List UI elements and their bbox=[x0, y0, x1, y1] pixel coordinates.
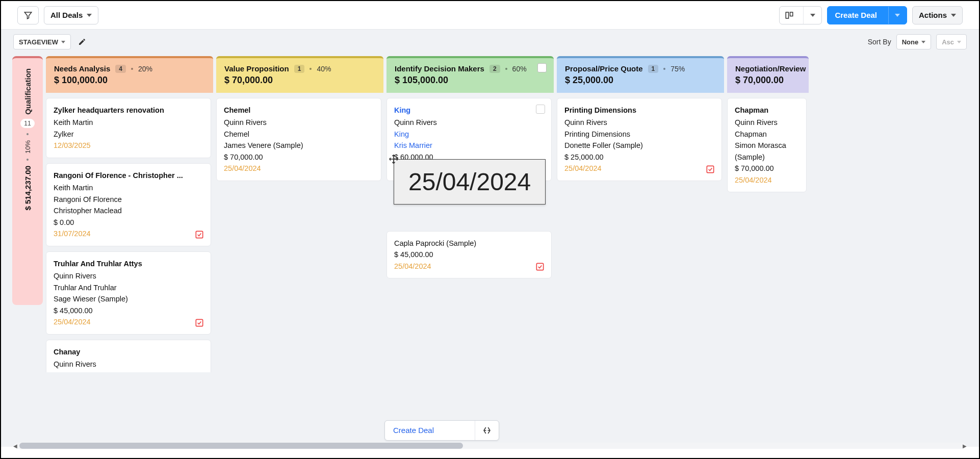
card-title: Chapman bbox=[735, 105, 799, 116]
horizontal-scrollbar[interactable]: ◀ ▶ bbox=[14, 443, 966, 449]
actions-dropdown[interactable]: Actions bbox=[912, 6, 963, 24]
create-deal-dropdown[interactable] bbox=[888, 7, 907, 24]
deal-card[interactable]: Capla Paprocki (Sample) $ 45,000.00 25/0… bbox=[386, 231, 552, 278]
card-company: Chapman bbox=[735, 129, 799, 140]
deal-card[interactable]: Rangoni Of Florence - Christopher ...Kei… bbox=[46, 163, 211, 246]
card-contact: Donette Foller (Sample) bbox=[564, 140, 714, 151]
bottom-actions: Create Deal bbox=[384, 420, 499, 441]
card-date: 25/04/2024 bbox=[564, 163, 714, 174]
collapse-column-button[interactable] bbox=[475, 421, 499, 440]
card-contact: James Venere (Sample) bbox=[224, 140, 374, 151]
card-owner: Quinn Rivers bbox=[394, 117, 544, 128]
stage-amount: $ 70,000.00 bbox=[735, 75, 801, 86]
funnel-icon bbox=[23, 11, 33, 20]
create-deal-button[interactable]: Create Deal bbox=[827, 6, 907, 24]
stage-checkbox[interactable] bbox=[537, 63, 547, 72]
stage-column-negotiation: Negotiation/Review$ 70,000.00ChapmanQuin… bbox=[727, 56, 809, 447]
all-deals-dropdown[interactable]: All Deals bbox=[44, 6, 98, 24]
all-deals-label: All Deals bbox=[50, 11, 83, 19]
card-checkbox[interactable] bbox=[536, 105, 545, 114]
stage-header[interactable]: Needs Analysis4 20%$ 100,000.00 bbox=[46, 56, 213, 93]
task-overdue-icon[interactable] bbox=[705, 164, 715, 174]
create-deal-link[interactable]: Create Deal bbox=[385, 421, 475, 440]
svg-rect-2 bbox=[196, 231, 202, 238]
deal-card[interactable]: ChanayQuinn RiversChanayJosephine Darakj… bbox=[46, 340, 211, 373]
stage-header[interactable]: Negotiation/Review$ 70,000.00 bbox=[727, 56, 809, 93]
top-bar: All Deals Create Deal Actions bbox=[1, 1, 979, 30]
sort-field-label: None bbox=[902, 38, 919, 46]
stage-title: Needs Analysis bbox=[54, 64, 110, 73]
card-contact: Sage Wieser (Sample) bbox=[54, 293, 203, 304]
move-cursor-icon bbox=[389, 154, 399, 164]
stage-pct: 75% bbox=[670, 65, 685, 73]
deal-card[interactable]: ChemelQuinn RiversChemelJames Venere (Sa… bbox=[216, 98, 381, 181]
deal-card[interactable]: ChapmanQuinn RiversChapmanSimon Morasca … bbox=[727, 98, 807, 192]
edit-icon[interactable] bbox=[78, 38, 86, 46]
stageview-dropdown[interactable]: STAGEVIEW bbox=[13, 34, 71, 49]
chevron-down-icon bbox=[895, 14, 900, 17]
card-title: Rangoni Of Florence - Christopher ... bbox=[54, 170, 203, 181]
stage-header[interactable]: Identify Decision Makers2 60%$ 105,000.0… bbox=[386, 56, 554, 93]
card-company: Chemel bbox=[224, 129, 374, 140]
card-date: 25/04/2024 bbox=[735, 174, 799, 186]
stage-header[interactable]: Value Proposition1 40%$ 70,000.00 bbox=[216, 56, 383, 93]
stage-header[interactable]: Proposal/Price Quote1 75%$ 25,000.00 bbox=[557, 56, 724, 93]
card-contact: Christopher Maclead bbox=[54, 205, 203, 216]
sortby-label: Sort By bbox=[868, 38, 891, 46]
collapsed-stage-pct: 10% bbox=[24, 140, 32, 154]
svg-rect-1 bbox=[790, 12, 793, 16]
scroll-thumb[interactable] bbox=[19, 443, 463, 449]
card-contact: Capla Paprocki (Sample) bbox=[394, 238, 544, 249]
stage-amount: $ 105,000.00 bbox=[395, 75, 546, 86]
stageview-label: STAGEVIEW bbox=[19, 38, 58, 46]
chevron-down-icon bbox=[61, 41, 65, 43]
card-amount: $ 45,000.00 bbox=[394, 249, 544, 260]
stage-amount: $ 70,000.00 bbox=[224, 75, 375, 86]
card-company: Zylker bbox=[54, 129, 203, 140]
kanban-board: Qualification 11 10% $ 514,237.00 Needs … bbox=[1, 54, 979, 447]
stage-title: Negotiation/Review bbox=[735, 64, 806, 73]
card-title: Truhlar And Truhlar Attys bbox=[54, 258, 203, 269]
sort-dir-dropdown[interactable]: Asc bbox=[936, 34, 967, 49]
card-owner: Quinn Rivers bbox=[224, 117, 374, 128]
card-owner: Quinn Rivers bbox=[735, 117, 799, 128]
deal-card[interactable]: Zylker headquarters renovationKeith Mart… bbox=[46, 98, 211, 158]
card-company: King bbox=[394, 129, 544, 140]
chevron-down-icon bbox=[87, 14, 92, 17]
task-overdue-icon[interactable] bbox=[535, 262, 545, 272]
card-date: 31/07/2024 bbox=[54, 228, 203, 239]
card-date: 12/03/2025 bbox=[54, 140, 203, 151]
task-overdue-icon[interactable] bbox=[194, 318, 204, 328]
sub-bar: STAGEVIEW Sort By None Asc bbox=[1, 30, 979, 54]
filter-button[interactable] bbox=[17, 6, 39, 24]
card-owner: Quinn Rivers bbox=[54, 359, 203, 370]
deal-card[interactable]: Printing DimensionsQuinn RiversPrinting … bbox=[557, 98, 722, 181]
collapsed-stage-qualification[interactable]: Qualification 11 10% $ 514,237.00 bbox=[12, 56, 43, 305]
task-overdue-icon[interactable] bbox=[194, 230, 204, 240]
card-company: Truhlar And Truhlar bbox=[54, 282, 203, 293]
card-amount: $ 70,000.00 bbox=[735, 163, 799, 174]
card-owner: Quinn Rivers bbox=[54, 270, 203, 282]
date-tooltip: 25/04/2024 bbox=[394, 159, 546, 205]
stage-count: 1 bbox=[648, 65, 659, 73]
stage-amount: $ 25,000.00 bbox=[565, 75, 716, 86]
card-contact: Simon Morasca (Sample) bbox=[735, 140, 799, 163]
scroll-right-icon[interactable]: ▶ bbox=[963, 443, 967, 449]
deal-card[interactable]: Truhlar And Truhlar AttysQuinn RiversTru… bbox=[46, 251, 211, 335]
stage-title: Value Proposition bbox=[224, 64, 289, 73]
card-title: King bbox=[394, 105, 544, 116]
sort-field-dropdown[interactable]: None bbox=[896, 34, 932, 49]
stage-title: Proposal/Price Quote bbox=[565, 64, 643, 73]
scroll-left-icon[interactable]: ◀ bbox=[13, 443, 17, 449]
card-title: Chanay bbox=[54, 346, 203, 358]
card-date: 25/04/2024 bbox=[224, 163, 374, 174]
card-amount: $ 0.00 bbox=[54, 217, 203, 228]
card-owner: Keith Martin bbox=[54, 182, 203, 193]
card-title: Printing Dimensions bbox=[564, 105, 714, 116]
collapsed-stage-title: Qualification bbox=[23, 65, 32, 115]
stage-count: 2 bbox=[489, 65, 500, 73]
create-deal-label: Create Deal bbox=[828, 7, 884, 24]
collapsed-stage-count: 11 bbox=[20, 119, 34, 128]
cards-list: ChemelQuinn RiversChemelJames Venere (Sa… bbox=[216, 93, 383, 181]
kanban-view-button[interactable] bbox=[779, 6, 822, 24]
